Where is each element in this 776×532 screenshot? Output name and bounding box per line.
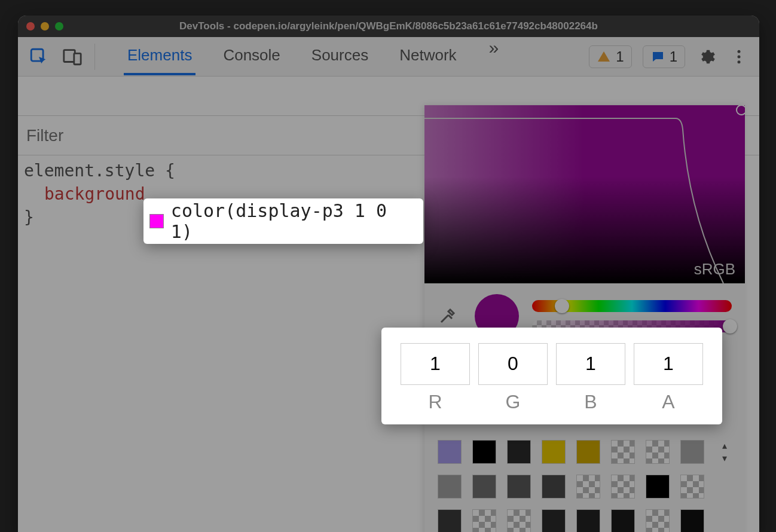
palette-row <box>438 509 732 532</box>
palette-swatch[interactable] <box>472 509 496 532</box>
palette-sort-icon[interactable]: ▴▾ <box>717 440 732 464</box>
warnings-count: 1 <box>616 48 624 65</box>
palette-swatch[interactable] <box>646 440 670 464</box>
palette-swatch[interactable] <box>576 509 600 532</box>
messages-badge[interactable]: 1 <box>643 45 685 68</box>
palette-swatch[interactable] <box>542 509 566 532</box>
svg-point-4 <box>738 55 741 58</box>
palette-swatch[interactable] <box>611 440 635 464</box>
channel-a: A <box>634 343 703 413</box>
palette-swatch[interactable] <box>542 475 566 499</box>
rgba-inputs-popout: RGBA <box>381 328 722 424</box>
tab-network[interactable]: Network <box>396 38 460 75</box>
settings-icon[interactable] <box>696 46 717 68</box>
channel-g: G <box>478 343 548 413</box>
channel-label: G <box>506 391 521 413</box>
color-spectrum[interactable]: sRGB <box>424 105 745 283</box>
palette-swatch[interactable] <box>507 475 531 499</box>
channel-label: R <box>428 391 442 413</box>
hue-slider[interactable] <box>532 300 732 312</box>
devtools-window: DevTools - codepen.io/argyleink/pen/QWBg… <box>18 16 759 532</box>
palette-row <box>438 475 732 499</box>
tab-elements[interactable]: Elements <box>124 38 195 75</box>
palette-swatch[interactable] <box>507 440 531 464</box>
color-picker: sRGB ▴▾ <box>424 105 745 532</box>
channel-label: A <box>662 391 674 413</box>
close-window-button[interactable] <box>26 22 35 30</box>
hue-thumb[interactable] <box>555 299 569 313</box>
channel-input-a[interactable] <box>634 343 703 385</box>
svg-point-5 <box>738 60 741 63</box>
svg-point-3 <box>738 50 741 53</box>
more-options-icon[interactable] <box>728 46 750 68</box>
palette-swatch[interactable] <box>472 440 496 464</box>
tabs-overflow-icon[interactable]: » <box>489 38 499 75</box>
device-toggle-icon[interactable] <box>61 45 84 68</box>
warnings-badge[interactable]: 1 <box>589 45 631 68</box>
palette-swatch[interactable] <box>576 440 600 464</box>
palette-row: ▴▾ <box>438 440 732 464</box>
eyedropper-icon[interactable] <box>438 304 462 328</box>
color-swatch-icon[interactable] <box>149 214 164 228</box>
tab-sources[interactable]: Sources <box>308 38 372 75</box>
channel-b: B <box>556 343 625 413</box>
palette-swatch[interactable] <box>507 509 531 532</box>
traffic-lights <box>26 22 63 30</box>
devtools-toolbar: Elements Console Sources Network » 1 1 <box>18 37 759 77</box>
channel-input-g[interactable] <box>478 343 548 385</box>
palette-swatch[interactable] <box>438 509 462 532</box>
inspect-element-icon[interactable] <box>28 45 50 68</box>
palette-swatch[interactable] <box>576 475 600 499</box>
channel-label: B <box>584 391 597 413</box>
alpha-thumb[interactable] <box>723 319 737 334</box>
zoom-window-button[interactable] <box>55 22 63 30</box>
palette-swatch[interactable] <box>611 475 635 499</box>
title-bar: DevTools - codepen.io/argyleink/pen/QWBg… <box>18 16 759 37</box>
gamut-label: sRGB <box>694 260 735 279</box>
palette-swatch[interactable] <box>680 509 704 532</box>
tab-console[interactable]: Console <box>219 38 283 75</box>
css-value-popout[interactable]: color(display-p3 1 0 1) <box>143 198 423 244</box>
palette-swatch[interactable] <box>542 440 566 464</box>
svg-point-6 <box>737 105 745 115</box>
messages-count: 1 <box>670 48 677 65</box>
panel-tabs: Elements Console Sources Network » <box>124 38 499 75</box>
palette-swatch[interactable] <box>438 475 462 499</box>
palette-swatch[interactable] <box>646 475 670 499</box>
svg-rect-2 <box>74 53 81 64</box>
channel-r: R <box>401 343 470 413</box>
palette-swatch[interactable] <box>438 440 462 464</box>
palette-swatch[interactable] <box>680 440 704 464</box>
channel-input-b[interactable] <box>556 343 625 385</box>
palette-swatch[interactable] <box>680 475 704 499</box>
css-color-value: color(display-p3 1 0 1) <box>171 200 417 242</box>
minimize-window-button[interactable] <box>41 22 49 30</box>
channel-input-r[interactable] <box>401 343 470 385</box>
window-title: DevTools - codepen.io/argyleink/pen/QWBg… <box>18 20 759 32</box>
palette-swatch[interactable] <box>646 509 670 532</box>
palette-swatch[interactable] <box>472 475 496 499</box>
palette-swatch[interactable] <box>611 509 635 532</box>
